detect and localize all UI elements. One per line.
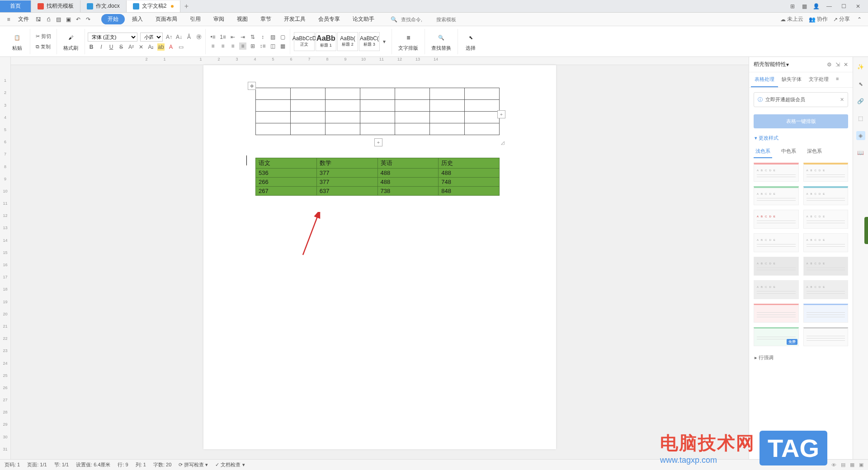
minimize-button[interactable]: — (823, 1, 835, 11)
sb-layout2-icon[interactable]: ▦ (850, 462, 854, 468)
shrink-font-icon[interactable]: A↓ (175, 33, 183, 41)
line-height-icon[interactable]: ↕≡ (259, 42, 266, 50)
table-style-option[interactable] (803, 304, 849, 323)
table-style-option[interactable]: ABCDE (803, 210, 849, 229)
save-icon[interactable]: 🖫 (34, 15, 42, 24)
panel-tab-fonts[interactable]: 缺失字体 (778, 72, 805, 87)
sb-pagecode[interactable]: 页码: 1 (5, 461, 20, 468)
close-button[interactable]: ✕ (852, 1, 864, 11)
sb-col[interactable]: 列: 1 (136, 461, 146, 468)
menu-view[interactable]: 视图 (231, 14, 253, 25)
table-style-option[interactable]: ABCDE (754, 186, 799, 205)
preview-icon[interactable]: ▤ (54, 15, 62, 24)
align-justify-icon[interactable]: ≡ (239, 42, 246, 50)
table-header-cell[interactable]: 英语 (377, 158, 439, 169)
table-style-option[interactable]: ABCDE (754, 233, 799, 252)
menu-reference[interactable]: 引用 (184, 14, 206, 25)
table-style-option[interactable]: ABCDE (754, 257, 799, 276)
table-style-option[interactable]: ABCDE (803, 163, 849, 182)
row-emphasis-section[interactable]: ▸ 行强调 (749, 351, 853, 365)
member-info-banner[interactable]: ⓘ 立即开通超级会员 ✕ (754, 92, 848, 107)
style-normal[interactable]: AaBbCcD正文 (294, 32, 315, 51)
cloud-status[interactable]: ☁ 未上云 (780, 15, 803, 23)
sb-view-icon[interactable]: 👁 (831, 462, 836, 468)
side-table-icon[interactable]: ◈ (856, 131, 865, 140)
cut-button[interactable]: ✂ 剪切 (34, 32, 53, 41)
increase-indent-icon[interactable]: ⇥ (239, 33, 246, 41)
decrease-indent-icon[interactable]: ⇤ (229, 33, 236, 41)
menu-section[interactable]: 章节 (255, 14, 277, 25)
collapse-ribbon-icon[interactable]: ⌃ (855, 15, 863, 24)
subscript-icon[interactable]: A₂ (147, 43, 155, 51)
menu-insert[interactable]: 插入 (127, 14, 148, 25)
table-style-icon[interactable]: ▦ (279, 42, 286, 50)
table-style-option[interactable]: ABCDE (754, 280, 799, 299)
empty-table[interactable] (255, 88, 500, 135)
color-tab-light[interactable]: 浅色系 (754, 145, 772, 158)
strikethrough-icon[interactable]: S (118, 43, 125, 51)
tab-doc2-active[interactable]: 文字文稿2 (127, 0, 181, 12)
side-select-icon[interactable]: ⬉ (856, 80, 865, 89)
chevron-down-icon[interactable]: ▾ (786, 61, 789, 68)
table-style-option[interactable] (803, 327, 849, 346)
sb-wordcount[interactable]: 字数: 20 (153, 461, 171, 468)
menu-review[interactable]: 审阅 (208, 14, 230, 25)
menu-start[interactable]: 开始 (101, 14, 125, 24)
underline-icon[interactable]: U (108, 43, 115, 51)
clear-format-icon[interactable]: Ā (185, 33, 193, 41)
sb-row[interactable]: 行: 9 (118, 461, 128, 468)
fill-icon[interactable]: ◫ (269, 42, 276, 50)
coop-button[interactable]: 👥 协作 (809, 15, 828, 23)
text-layout-button[interactable]: ≣文字排版 (396, 31, 421, 52)
table-header-cell[interactable]: 语文 (256, 158, 317, 169)
menu-devtools[interactable]: 开发工具 (278, 14, 311, 25)
table-style-option[interactable] (754, 304, 799, 323)
grow-font-icon[interactable]: A↑ (165, 33, 173, 41)
template-search-input[interactable] (436, 17, 468, 22)
menu-pagelayout[interactable]: 页面布局 (150, 14, 183, 25)
side-ai-icon[interactable]: ✨ (856, 62, 865, 71)
maximize-button[interactable]: ☐ (837, 1, 850, 11)
italic-icon[interactable]: I (98, 43, 105, 51)
table-style-option[interactable]: ABCDE (803, 280, 849, 299)
font-name-select[interactable]: 宋体 (正文) (88, 33, 137, 42)
sb-spellcheck[interactable]: ⟳ 拼写检查 ▾ (179, 461, 208, 468)
tab-templates[interactable]: 找稻壳模板 (31, 0, 80, 12)
side-link-icon[interactable]: 🔗 (856, 97, 865, 106)
distribute-icon[interactable]: ⊞ (249, 42, 256, 50)
info-close-icon[interactable]: ✕ (840, 97, 844, 103)
align-right-icon[interactable]: ≡ (229, 42, 236, 50)
color-tab-dark[interactable]: 深色系 (805, 145, 824, 158)
panel-tab-text[interactable]: 文字处理 (805, 72, 832, 87)
border-icon[interactable]: ▢ (279, 33, 286, 41)
change-style-section[interactable]: ▾ 更改样式 (749, 131, 853, 145)
panel-tab-more-icon[interactable]: ≡ (832, 72, 842, 87)
align-center-icon[interactable]: ≡ (219, 42, 226, 50)
number-list-icon[interactable]: 1≡ (219, 33, 226, 41)
undo-icon[interactable]: ↶ (74, 15, 82, 24)
accessibility-handle[interactable] (864, 217, 868, 244)
sort-icon[interactable]: ⇅ (249, 33, 256, 41)
select-button[interactable]: ⬉选择 (462, 31, 480, 52)
command-search-input[interactable] (401, 17, 433, 22)
color-tab-medium[interactable]: 中色系 (779, 145, 798, 158)
table-style-option[interactable]: ABCDE (803, 186, 849, 205)
char-border-icon[interactable]: ▭ (177, 43, 184, 51)
line-spacing-icon[interactable]: ↕ (259, 33, 266, 41)
table-header-cell[interactable]: 数学 (316, 158, 377, 169)
sb-page[interactable]: 页面: 1/1 (27, 461, 47, 468)
table-add-row-handle[interactable]: + (374, 138, 382, 146)
grid-icon[interactable]: ⊞ (788, 1, 797, 11)
align-left-icon[interactable]: ≡ (209, 42, 217, 50)
pin-icon[interactable]: ⇲ (835, 61, 840, 68)
data-table[interactable]: 语文 数学 英语 历史 536377488488 266377488748 26… (255, 158, 500, 196)
highlight-icon[interactable]: ab (157, 43, 165, 51)
bullet-list-icon[interactable]: •≡ (209, 33, 217, 41)
tab-home[interactable]: 首页 (0, 0, 31, 12)
panel-tab-table[interactable]: 表格处理 (751, 72, 778, 87)
find-replace-button[interactable]: 🔍查找替换 (429, 31, 454, 52)
text-effect-icon[interactable]: ✕ (137, 43, 145, 51)
paste-button[interactable]: 📋粘贴 (8, 31, 26, 52)
table-style-option[interactable]: ABCDE (754, 163, 799, 182)
bold-icon[interactable]: B (88, 43, 95, 51)
